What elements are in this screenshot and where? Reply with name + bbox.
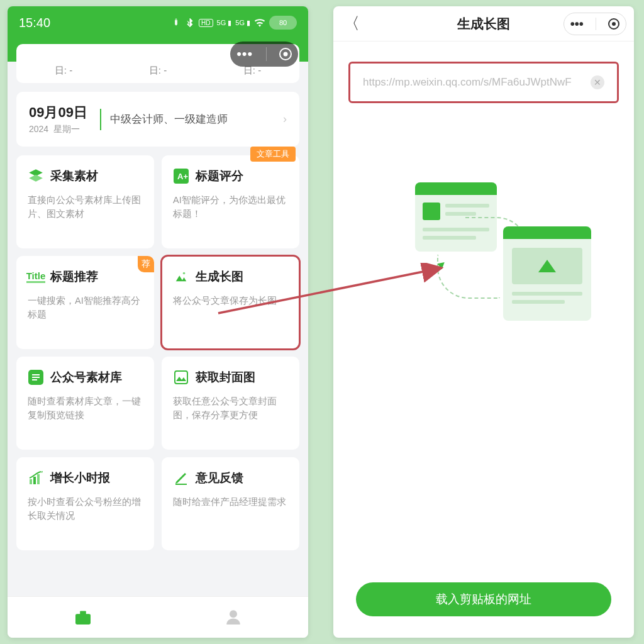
image-icon	[173, 369, 189, 386]
cell-material-lib[interactable]: 公众号素材库 随时查看素材库文章，一键复制预览链接	[16, 357, 154, 450]
wifi-icon	[254, 18, 265, 27]
date-card[interactable]: 09月09日 2024 星期一 中级会计师、一级建造师 ›	[16, 92, 299, 147]
cell-feedback[interactable]: 意见反馈 随时给壹伴产品经理提需求	[162, 457, 299, 550]
svg-text:A+: A+	[177, 172, 188, 181]
cell-growth-report[interactable]: 增长小时报 按小时查看公众号粉丝的增长取关情况	[16, 457, 154, 550]
svg-rect-8	[30, 479, 32, 484]
url-input[interactable]: https://mp.weixin.qq.com/s/MFa6uJWptNwF …	[354, 67, 613, 97]
url-input-highlight: https://mp.weixin.qq.com/s/MFa6uJWptNwF …	[348, 62, 619, 103]
miniapp-capsule[interactable]: •••	[564, 13, 626, 35]
svg-point-2	[183, 272, 186, 275]
miniapp-capsule[interactable]: •••	[230, 42, 298, 67]
svg-rect-12	[75, 614, 91, 625]
chevron-right-icon: ›	[283, 113, 287, 126]
cell-cover-image[interactable]: 获取封面图 获取任意公众号文章封面图，保存分享更方便	[162, 357, 299, 450]
svg-rect-11	[175, 484, 187, 485]
svg-rect-5	[32, 377, 40, 378]
phone-right: 〈 生成长图 ••• https://mp.weixin.qq.com/s/MF…	[333, 6, 634, 638]
date-sub: 2024 星期一	[29, 124, 87, 135]
toolbox-icon	[74, 609, 92, 625]
close-target-icon[interactable]	[279, 48, 292, 60]
clear-icon[interactable]: ✕	[591, 75, 604, 89]
svg-rect-4	[32, 374, 40, 375]
section-tag: 文章工具	[250, 147, 296, 162]
illus-card-image	[503, 226, 591, 321]
hot-badge: 荐	[138, 256, 154, 272]
signal-5g-1: 5G ▮	[217, 19, 232, 27]
cell-collect[interactable]: 采集素材 直接向公众号素材库上传图片、图文素材	[16, 155, 154, 248]
mute-icon	[171, 18, 181, 28]
menu-dots-icon[interactable]: •••	[236, 46, 253, 62]
svg-rect-10	[37, 474, 40, 484]
menu-dots-icon[interactable]: •••	[570, 17, 584, 31]
load-clipboard-button[interactable]: 载入剪贴板的网址	[356, 582, 611, 616]
status-bar: 15:40 HD 5G ▮ 5G ▮ 80	[8, 6, 308, 39]
page-header: 〈 生成长图 •••	[333, 6, 634, 42]
svg-rect-13	[80, 611, 86, 614]
cell-title-recommend[interactable]: 荐 Title 标题推荐 一键搜索，AI智能推荐高分标题	[16, 256, 154, 349]
clock: 15:40	[19, 16, 50, 30]
list-icon	[28, 369, 44, 386]
phone-left: 15:40 HD 5G ▮ 5G ▮ 80 ••• 日: - 日: - 日: -…	[8, 6, 308, 638]
cell-long-image[interactable]: 生成长图 将公众号文章保存为长图	[162, 256, 299, 349]
close-target-icon[interactable]	[608, 18, 619, 30]
page-title: 生成长图	[457, 15, 510, 33]
nav-tools[interactable]	[74, 609, 92, 626]
grade-icon: A+	[173, 168, 189, 184]
strip-item: 日: -	[55, 65, 72, 77]
mountain-icon	[173, 269, 189, 285]
battery-icon: 80	[269, 16, 297, 30]
svg-point-14	[230, 610, 237, 618]
bottom-nav	[8, 596, 308, 638]
svg-rect-9	[33, 477, 36, 484]
status-icons: HD 5G ▮ 5G ▮ 80	[171, 16, 297, 30]
illustration	[402, 182, 591, 333]
date-info: 中级会计师、一级建造师	[110, 112, 283, 126]
strip-item: 日: -	[149, 65, 167, 77]
chart-icon	[28, 470, 44, 486]
cell-title-score[interactable]: A+ 标题评分 AI智能评分，为你选出最优标题！	[162, 155, 299, 248]
person-icon	[224, 609, 243, 625]
stack-icon	[28, 168, 44, 184]
nav-profile[interactable]	[224, 609, 243, 626]
back-icon[interactable]: 〈	[343, 13, 360, 35]
svg-rect-7	[175, 371, 187, 384]
title-icon: Title	[28, 269, 44, 285]
bluetooth-icon	[185, 18, 195, 28]
pencil-icon	[173, 470, 189, 486]
hd-icon: HD	[199, 19, 213, 27]
tools-grid: 文章工具 采集素材 直接向公众号素材库上传图片、图文素材 A+ 标题评分 AI智…	[16, 155, 299, 550]
url-placeholder: https://mp.weixin.qq.com/s/MFa6uJWptNwF	[363, 76, 572, 89]
svg-rect-6	[32, 379, 37, 380]
date-main: 09月09日	[29, 103, 87, 122]
signal-5g-2: 5G ▮	[235, 19, 250, 27]
